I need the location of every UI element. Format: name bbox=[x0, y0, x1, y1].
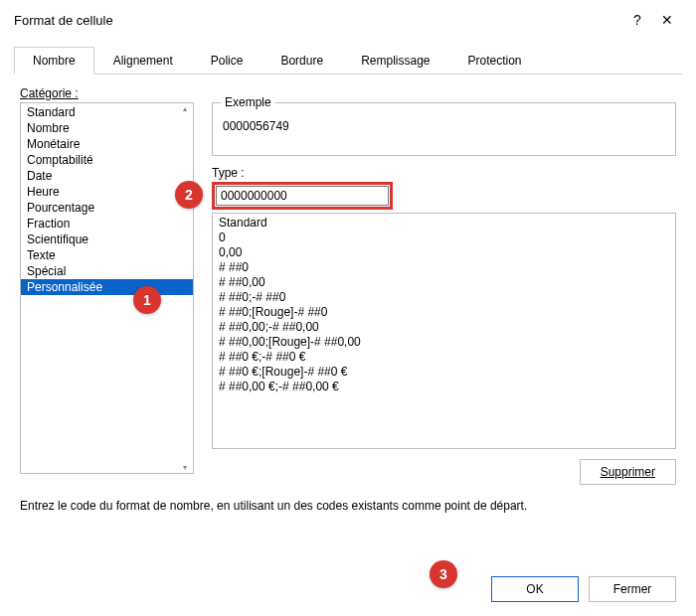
annotation-marker-2: 2 bbox=[175, 181, 203, 209]
example-legend: Exemple bbox=[221, 95, 275, 109]
type-input[interactable] bbox=[216, 186, 389, 206]
tab-nombre[interactable]: Nombre bbox=[14, 47, 94, 75]
type-format-item[interactable]: # ##0 €;[Rouge]-# ##0 € bbox=[217, 364, 671, 379]
category-listbox[interactable]: StandardNombreMonétaireComptabilitéDateH… bbox=[20, 102, 194, 474]
category-item[interactable]: Personnalisée bbox=[21, 279, 193, 295]
type-format-item[interactable]: # ##0;-# ##0 bbox=[217, 289, 671, 304]
annotation-marker-1: 1 bbox=[133, 286, 161, 314]
category-item[interactable]: Date bbox=[21, 168, 193, 184]
type-format-item[interactable]: # ##0 bbox=[217, 259, 671, 274]
example-group: Exemple 0000056749 bbox=[212, 102, 676, 156]
ok-button[interactable]: OK bbox=[491, 576, 579, 602]
category-item[interactable]: Heure bbox=[21, 184, 193, 200]
category-label: Catégorie : bbox=[20, 86, 676, 100]
category-item[interactable]: Spécial bbox=[21, 263, 193, 279]
category-item[interactable]: Comptabilité bbox=[21, 152, 193, 168]
category-item[interactable]: Monétaire bbox=[21, 136, 193, 152]
category-item[interactable]: Pourcentage bbox=[21, 200, 193, 216]
type-label: Type : bbox=[212, 166, 676, 180]
category-item[interactable]: Nombre bbox=[21, 120, 193, 136]
type-format-item[interactable]: 0,00 bbox=[217, 244, 671, 259]
type-format-item[interactable]: # ##0,00;-# ##0,00 bbox=[217, 319, 671, 334]
type-format-item[interactable]: Standard bbox=[217, 215, 671, 230]
tab-strip: Nombre Alignement Police Bordure Remplis… bbox=[14, 46, 682, 75]
category-item[interactable]: Standard bbox=[21, 104, 193, 120]
type-format-item[interactable]: # ##0,00 bbox=[217, 274, 671, 289]
window-title: Format de cellule bbox=[14, 13, 622, 28]
annotation-marker-3: 3 bbox=[430, 560, 457, 588]
category-item[interactable]: Texte bbox=[21, 247, 193, 263]
category-item[interactable]: Scientifique bbox=[21, 231, 193, 247]
tab-police[interactable]: Police bbox=[192, 47, 262, 75]
close-button[interactable]: ✕ bbox=[652, 5, 682, 35]
category-scrollbar[interactable] bbox=[177, 104, 192, 472]
tab-remplissage[interactable]: Remplissage bbox=[342, 47, 448, 75]
type-format-item[interactable]: # ##0 €;-# ##0 € bbox=[217, 349, 671, 364]
type-format-item[interactable]: # ##0,00 €;-# ##0,00 € bbox=[217, 379, 671, 393]
dialog-buttons: 3 OK Fermer bbox=[491, 576, 676, 602]
tab-content: Catégorie : StandardNombreMonétaireCompt… bbox=[0, 75, 696, 485]
help-button[interactable]: ? bbox=[622, 5, 652, 35]
category-item[interactable]: Fraction bbox=[21, 216, 193, 231]
type-format-item[interactable]: 0 bbox=[217, 230, 671, 244]
type-format-item[interactable]: # ##0;[Rouge]-# ##0 bbox=[217, 304, 671, 319]
type-format-list[interactable]: Standard00,00# ##0# ##0,00# ##0;-# ##0# … bbox=[212, 213, 676, 449]
type-format-item[interactable]: # ##0,00;[Rouge]-# ##0,00 bbox=[217, 334, 671, 349]
type-input-highlight bbox=[212, 182, 393, 210]
tab-alignement[interactable]: Alignement bbox=[94, 47, 192, 75]
help-text: Entrez le code du format de nombre, en u… bbox=[0, 485, 696, 527]
title-bar: Format de cellule ? ✕ bbox=[0, 0, 696, 40]
tab-protection[interactable]: Protection bbox=[449, 47, 541, 75]
example-value: 0000056749 bbox=[223, 119, 665, 133]
tab-bordure[interactable]: Bordure bbox=[261, 47, 342, 75]
delete-button[interactable]: Supprimer bbox=[580, 459, 676, 485]
close-dialog-button[interactable]: Fermer bbox=[589, 576, 676, 602]
